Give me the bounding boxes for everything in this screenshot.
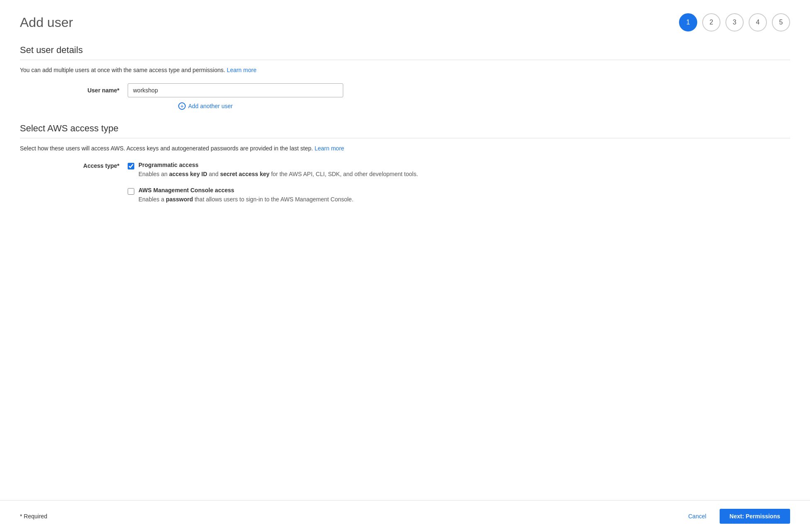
programmatic-access-desc: Enables an access key ID and secret acce… bbox=[138, 170, 418, 179]
access-type-description: Select how these users will access AWS. … bbox=[20, 145, 790, 152]
plus-icon: + bbox=[178, 102, 186, 110]
programmatic-access-title: Programmatic access bbox=[138, 162, 418, 168]
add-user-row: + Add another user bbox=[20, 102, 790, 110]
access-options: Programmatic access Enables an access ke… bbox=[128, 162, 418, 204]
username-row: User name* bbox=[20, 83, 790, 97]
section-divider-1 bbox=[20, 60, 790, 60]
step-3[interactable]: 3 bbox=[725, 13, 744, 31]
section-divider-2 bbox=[20, 138, 790, 138]
step-5[interactable]: 5 bbox=[772, 13, 790, 31]
access-type-learn-more-link[interactable]: Learn more bbox=[315, 145, 344, 152]
console-access-content: AWS Management Console access Enables a … bbox=[138, 187, 354, 204]
step-4[interactable]: 4 bbox=[749, 13, 767, 31]
required-note: * Required bbox=[20, 513, 47, 520]
cancel-button[interactable]: Cancel bbox=[681, 510, 713, 523]
step-indicator: 1 2 3 4 5 bbox=[679, 13, 790, 31]
step-2[interactable]: 2 bbox=[702, 13, 720, 31]
footer: * Required Cancel Next: Permissions bbox=[0, 500, 810, 532]
programmatic-access-option: Programmatic access Enables an access ke… bbox=[128, 162, 418, 179]
console-access-desc: Enables a password that allows users to … bbox=[138, 195, 354, 204]
programmatic-access-content: Programmatic access Enables an access ke… bbox=[138, 162, 418, 179]
footer-actions: Cancel Next: Permissions bbox=[681, 509, 790, 524]
username-input[interactable] bbox=[128, 83, 343, 97]
username-label: User name* bbox=[70, 87, 128, 94]
set-user-description: You can add multiple users at once with … bbox=[20, 67, 790, 73]
access-type-label: Access type* bbox=[70, 162, 128, 169]
access-type-title: Select AWS access type bbox=[20, 123, 790, 134]
programmatic-access-checkbox[interactable] bbox=[128, 163, 134, 169]
step-1[interactable]: 1 bbox=[679, 13, 697, 31]
set-user-details-section: Set user details You can add multiple us… bbox=[20, 45, 790, 110]
set-user-learn-more-link[interactable]: Learn more bbox=[227, 67, 257, 73]
console-access-option: AWS Management Console access Enables a … bbox=[128, 187, 418, 204]
access-type-row: Access type* Programmatic access Enables… bbox=[20, 162, 790, 204]
set-user-details-title: Set user details bbox=[20, 45, 790, 56]
console-access-checkbox[interactable] bbox=[128, 188, 134, 195]
next-button[interactable]: Next: Permissions bbox=[720, 509, 790, 524]
access-type-section: Select AWS access type Select how these … bbox=[20, 123, 790, 204]
add-another-user-button[interactable]: + Add another user bbox=[178, 102, 233, 110]
page-title: Add user bbox=[20, 15, 73, 30]
page-header: Add user 1 2 3 4 5 bbox=[20, 13, 790, 31]
console-access-title: AWS Management Console access bbox=[138, 187, 354, 193]
